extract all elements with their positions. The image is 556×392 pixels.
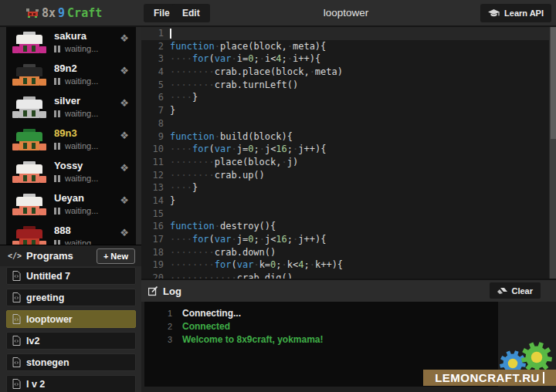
player-name: 89n3 [54,127,77,139]
player-name: Ueyan [54,192,84,204]
learn-api-button[interactable]: Learn API [480,4,551,22]
code-line[interactable]: 8 [141,117,556,130]
code-line[interactable]: 17····for(var·j=0;·j<16;·j++){ [141,233,556,246]
code-line[interactable]: 4········crab.place(block,·meta) [141,66,556,79]
line-number: 9 [141,130,170,144]
player-row[interactable]: sakurawaiting...❖ [6,27,136,59]
teleport-icon[interactable]: ❖ [120,97,129,109]
pause-icon [54,175,56,182]
code-line[interactable]: 5········crab.turnLeft() [141,79,556,92]
code-text: ····} [170,91,556,104]
program-item[interactable]: l v 2 [6,375,136,392]
program-item[interactable]: stonegen [6,353,136,371]
code-text: } [170,194,556,208]
program-item[interactable]: lv2 [6,332,136,350]
teleport-icon[interactable]: ❖ [120,194,129,206]
code-text: ········crab.turnLeft() [170,79,556,92]
code-line[interactable]: 7} [141,104,556,117]
player-avatar-icon [12,64,46,87]
code-area: 12function·place(block,·meta){3····for(v… [141,27,556,279]
code-line[interactable]: 11········place(block,·j) [141,156,556,169]
teleport-icon[interactable]: ❖ [120,32,129,44]
player-avatar-icon [12,129,46,152]
code-line[interactable]: 1 [141,27,556,40]
player-row[interactable]: 89n2waiting...❖ [6,59,136,92]
log-line-text: Connected [182,320,230,333]
player-status-text: waiting... [65,44,98,53]
code-line[interactable]: 19········for(var·k=0;·k<4;·k++){ [141,259,556,272]
code-editor[interactable]: 12function·place(block,·meta){3····for(v… [141,27,556,279]
code-line[interactable]: 2function·place(block,·meta){ [141,40,556,53]
clear-log-button[interactable]: Clear [490,282,541,299]
editor-scrollbar[interactable] [549,27,556,279]
player-status-text: waiting... [65,206,98,215]
program-item[interactable]: greeting [6,289,136,306]
sidebar: sakurawaiting...❖89n2waiting...❖silverwa… [0,27,141,392]
player-status: waiting... [54,206,98,215]
code-text: ····for(var·j=0;·j<16;·j++){ [170,143,556,156]
code-line[interactable]: 12········crab.up() [141,169,556,182]
code-line[interactable]: 15 [141,208,556,221]
line-number: 17 [141,233,170,246]
program-item-label: Untitled 7 [26,271,70,282]
log-line-number: 3 [144,333,182,346]
code-text: function·place(block,·meta){ [170,40,556,53]
code-text: ····for(var·i=0;·i<4;·i++){ [170,52,556,66]
teleport-icon[interactable]: ❖ [120,130,129,141]
code-line[interactable]: 13····} [141,181,556,194]
code-line[interactable]: 14} [141,194,556,208]
program-item-label: stonegen [26,357,70,368]
crab-icon [26,8,39,19]
code-line[interactable]: 20············crab.dig() [141,272,556,279]
teleport-icon[interactable]: ❖ [120,227,129,238]
line-number: 19 [141,259,170,272]
code-line[interactable]: 3····for(var·i=0;·i<4;·i++){ [141,52,556,66]
player-name: sakura [54,30,86,42]
programs-header: </> Programs + New [0,245,141,266]
code-line[interactable]: 18········crab.down() [141,246,556,259]
player-status: waiting... [54,44,98,53]
avatar-shell [16,67,42,76]
avatar-eye [32,208,36,214]
player-status: waiting... [54,76,98,86]
player-row[interactable]: Yossywaiting...❖ [6,157,136,189]
program-file-icon [12,314,21,324]
code-line[interactable]: 16function·destroy(){ [141,220,556,233]
avatar-eye [32,143,36,149]
player-row[interactable]: 888waiting...❖ [6,221,136,245]
teleport-icon[interactable]: ❖ [120,65,129,76]
text-cursor [170,29,171,39]
avatar-eye [32,110,36,117]
code-line[interactable]: 6····} [141,91,556,104]
code-line[interactable]: 10····for(var·j=0;·j<16;·j++){ [141,143,556,156]
pause-icon [54,110,56,117]
pause-icon [54,143,56,150]
avatar-shell [16,164,42,174]
avatar-arm [39,79,46,86]
avatar-shell [16,35,42,44]
program-file-icon [12,357,21,367]
program-item[interactable]: Untitled 7 [6,267,136,285]
editor-scrollbar-thumb[interactable] [551,27,556,139]
code-text: ········place(block,·j) [170,156,556,169]
code-text: ········crab.down() [170,246,556,259]
teleport-icon[interactable]: ❖ [120,162,129,174]
code-line[interactable]: 9function·build(block){ [141,130,556,144]
watermark-text: LEMONCRAFT.RU [435,371,540,384]
player-row[interactable]: Ueyanwaiting...❖ [6,189,136,221]
player-row[interactable]: 89n3waiting...❖ [6,124,136,157]
program-item[interactable]: looptower [6,310,136,328]
log-title-label: Log [163,286,181,297]
pause-icon [58,208,60,215]
line-number: 14 [141,194,170,208]
avatar-face [19,109,39,118]
avatar-arm [12,208,19,215]
code-text [170,208,556,221]
avatar-shell [16,100,42,109]
new-program-button[interactable]: + New [97,248,135,264]
player-row[interactable]: silverwaiting...❖ [6,92,136,124]
graduation-cap-icon [488,9,500,18]
player-status-text: waiting... [65,238,98,245]
code-text: function·destroy(){ [170,220,556,233]
log-line-number: 2 [144,320,182,333]
